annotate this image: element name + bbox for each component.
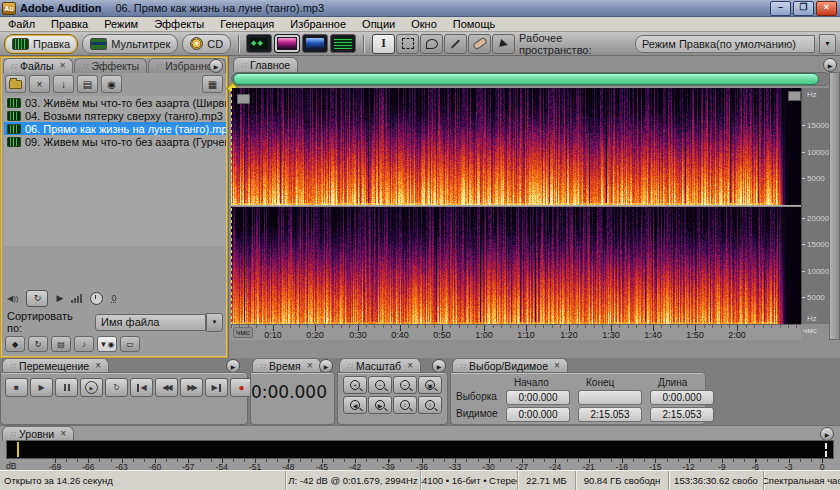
close-tab-icon[interactable]: ×: [554, 361, 560, 371]
sort-dropdown-arrow[interactable]: ▼: [206, 313, 223, 332]
file-list-item[interactable]: 03. Живём мы что-то без азарта (Ширвиндт…: [4, 96, 226, 109]
selection-end-field[interactable]: [578, 390, 642, 405]
show-audio-files-button[interactable]: ◆: [5, 336, 25, 352]
lasso-selection-tool-button[interactable]: [420, 34, 443, 54]
effects-paintbrush-tool-button[interactable]: [444, 34, 467, 54]
zoom-in-right-edge-button[interactable]: ▶: [368, 396, 392, 414]
tab-selection-view[interactable]: ∷ Выбор/Видимое ×: [452, 358, 568, 373]
menu-item-4[interactable]: Эффекты: [146, 17, 212, 32]
marquee-selection-tool-button[interactable]: [396, 34, 419, 54]
view-length-field[interactable]: 2:15.053: [650, 407, 714, 422]
spectral-frequency-view-button[interactable]: [274, 34, 300, 53]
edit-file-button[interactable]: ◉: [101, 75, 122, 93]
close-tab-icon[interactable]: ×: [307, 361, 313, 371]
file-list-item[interactable]: 09. Живем мы что-то без азарта (Гурченко…: [4, 135, 226, 148]
file-list-item[interactable]: 04. Возьми пятерку сверху (танго).mp3: [4, 109, 226, 122]
show-loop-files-button[interactable]: ↻: [28, 336, 48, 352]
zoom-out-horizontally-button[interactable]: −: [368, 376, 392, 394]
channel-handle-icon[interactable]: [788, 91, 801, 101]
zoom-to-selection-button[interactable]: ▣: [418, 376, 442, 394]
channel-handle-icon[interactable]: [237, 94, 250, 104]
menu-item-5[interactable]: Генерация: [212, 17, 282, 32]
go-to-end-button[interactable]: ▶: [205, 378, 228, 397]
waveform-view-button[interactable]: [246, 34, 272, 53]
scrub-tool-button[interactable]: [492, 34, 515, 54]
minimize-button[interactable]: –: [770, 1, 791, 16]
panel-menu-button[interactable]: ▶: [209, 59, 223, 73]
time-selection-tool-button[interactable]: I: [372, 34, 395, 54]
play-button[interactable]: ▶: [30, 378, 53, 397]
menu-item-1[interactable]: Файл: [0, 17, 43, 32]
insert-into-multitrack-button[interactable]: ↓: [53, 75, 74, 93]
close-button[interactable]: ×: [816, 1, 837, 16]
rewind-button[interactable]: ◀◀: [155, 378, 178, 397]
tab-levels[interactable]: ∷ Уровни ×: [2, 426, 74, 441]
workspace-dropdown-arrow[interactable]: ▼: [819, 34, 836, 54]
play-from-cursor-button[interactable]: ▶: [80, 378, 103, 397]
menu-item-7[interactable]: Опции: [354, 17, 403, 32]
multitrack-mode-button[interactable]: Мультитрек: [82, 34, 178, 54]
level-meter[interactable]: [6, 440, 834, 459]
panel-menu-button[interactable]: ▶: [319, 359, 333, 373]
view-end-field[interactable]: 2:15.053: [578, 407, 642, 422]
vertical-scrollbar[interactable]: [829, 72, 840, 340]
spectrogram-left-channel[interactable]: [231, 88, 801, 205]
show-markers-button[interactable]: ▭: [120, 336, 140, 352]
close-tab-icon[interactable]: ×: [59, 61, 65, 71]
spectral-pan-view-button[interactable]: [302, 34, 328, 53]
spectral-phase-view-button[interactable]: [330, 34, 356, 53]
play-preview-button[interactable]: ▶: [56, 293, 63, 303]
go-to-beginning-button[interactable]: ◀: [130, 378, 153, 397]
horizontal-scrollbar[interactable]: [233, 73, 819, 85]
menu-item-8[interactable]: Окно: [403, 17, 445, 32]
maximize-button[interactable]: ❐: [793, 1, 814, 16]
tab-main[interactable]: ∷ Главное: [233, 57, 298, 72]
tab-zoom[interactable]: ∷ Масштаб ×: [339, 358, 421, 373]
panel-menu-button[interactable]: ▶: [823, 58, 837, 72]
tab-эффекты[interactable]: ∷Эффекты: [74, 58, 147, 73]
menu-item-3[interactable]: Режим: [96, 17, 146, 32]
speaker-icon[interactable]: ◀)): [7, 294, 18, 303]
view-start-field[interactable]: 0:00.000: [506, 407, 570, 422]
show-midi-files-button[interactable]: ♪: [74, 336, 94, 352]
tab-файлы[interactable]: ∷Файлы×: [3, 58, 73, 73]
show-video-files-button[interactable]: ▤: [51, 336, 71, 352]
selection-length-field[interactable]: 0:00.000: [650, 390, 714, 405]
close-tab-icon[interactable]: ×: [60, 429, 66, 439]
spot-healing-brush-tool-button[interactable]: [468, 34, 491, 54]
workspace-select[interactable]: Режим Правка(по умолчанию): [635, 35, 815, 53]
panel-menu-button[interactable]: ▶: [226, 359, 240, 373]
menu-item-6[interactable]: Избранное: [282, 17, 354, 32]
fast-forward-button[interactable]: ▶▶: [180, 378, 203, 397]
menu-item-2[interactable]: Правка: [43, 17, 96, 32]
panel-menu-button[interactable]: ▶: [432, 359, 446, 373]
insert-into-cd-button[interactable]: ▤: [77, 75, 98, 93]
zoom-out-vertically-button[interactable]: ↕: [418, 396, 442, 414]
waveform-edit-mode-button[interactable]: Правка: [4, 34, 78, 54]
toggle-options-icon[interactable]: ▦: [202, 75, 223, 93]
sort-select[interactable]: Имя файла: [95, 314, 206, 331]
cd-mode-button[interactable]: CD: [182, 34, 231, 54]
panel-menu-button[interactable]: ▶: [820, 427, 834, 441]
frequency-ruler[interactable]: Hz150001000050002000015000100005000Hz: [801, 88, 830, 324]
zoom-in-left-edge-button[interactable]: ◀: [343, 396, 367, 414]
filter-options-button[interactable]: ▼◉: [97, 336, 117, 352]
play-looped-button[interactable]: ↻: [105, 378, 128, 397]
zoom-in-vertically-button[interactable]: ↕: [393, 396, 417, 414]
import-file-button[interactable]: [5, 75, 26, 93]
autoplay-timer-icon[interactable]: [90, 292, 103, 305]
volume-icon[interactable]: [71, 293, 82, 303]
close-file-button[interactable]: ×: [29, 75, 50, 93]
tab-time[interactable]: ∷ Время ×: [252, 358, 321, 373]
pause-button[interactable]: [55, 378, 78, 397]
timeline-ruler[interactable]: чмс 0:100:200:300:400:501:001:101:201:30…: [231, 324, 801, 340]
file-list-item[interactable]: 06. Прямо как жизнь на луне (танго).mp3: [4, 122, 226, 135]
tab-transport[interactable]: ∷ Перемещение ×: [2, 358, 109, 373]
stop-button[interactable]: ■: [5, 378, 28, 397]
loop-play-button[interactable]: ↻: [26, 290, 48, 307]
selection-start-field[interactable]: 0:00.000: [506, 390, 570, 405]
close-tab-icon[interactable]: ×: [95, 361, 101, 371]
zoom-in-horizontally-button[interactable]: +: [343, 376, 367, 394]
close-tab-icon[interactable]: ×: [407, 361, 413, 371]
spectrogram-right-channel[interactable]: [231, 207, 801, 324]
